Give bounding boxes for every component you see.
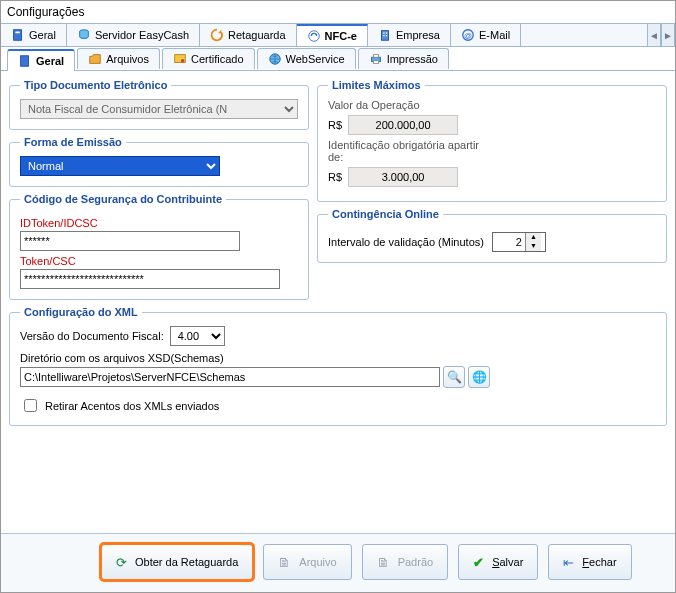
building-icon — [378, 28, 392, 42]
spinner-down[interactable]: ▼ — [526, 242, 541, 251]
group-legend: Configuração do XML — [20, 306, 142, 318]
download-button[interactable]: 🌐 — [468, 366, 490, 388]
subtab-arquivos[interactable]: Arquivos — [77, 48, 160, 69]
tab-nfce[interactable]: NFC-e — [297, 24, 368, 46]
button-label: Obter da Retaguarda — [135, 556, 238, 568]
token-input[interactable] — [20, 269, 280, 289]
book-icon — [11, 28, 25, 42]
svg-rect-4 — [381, 31, 388, 41]
certificate-icon — [173, 52, 187, 66]
subtab-label: Certificado — [191, 53, 244, 65]
obter-retaguarda-button[interactable]: ⟳ Obter da Retaguarda — [101, 544, 253, 580]
group-legend: Limites Máximos — [328, 79, 425, 91]
diretorio-label: Diretório com os arquivos XSD(Schemas) — [20, 352, 656, 364]
group-legend: Tipo Documento Eletrônico — [20, 79, 171, 91]
book-icon — [18, 54, 32, 68]
at-icon: @ — [461, 28, 475, 42]
button-label: Padrão — [398, 556, 433, 568]
svg-text:@: @ — [464, 31, 472, 40]
svg-rect-16 — [373, 55, 378, 58]
file-icon: 🗎 — [377, 555, 390, 570]
identificacao-label: Identificação obrigatória apartir de: — [328, 139, 488, 163]
check-icon: ✔ — [473, 555, 484, 570]
tab-empresa[interactable]: Empresa — [368, 24, 451, 46]
intervalo-input[interactable] — [493, 233, 525, 251]
group-config-xml: Configuração do XML Versão do Documento … — [9, 306, 667, 426]
file-icon: 🗎 — [278, 555, 291, 570]
idtoken-input[interactable] — [20, 231, 240, 251]
main-tabstrip: Geral Servidor EasyCash Retaguarda NFC-e… — [1, 23, 675, 47]
svg-rect-0 — [14, 30, 22, 41]
tab-scroll-right[interactable]: ► — [661, 24, 675, 46]
browse-button[interactable]: 🔍 — [443, 366, 465, 388]
token-label: Token/CSC — [20, 255, 298, 267]
nfce-icon — [307, 29, 321, 43]
svg-rect-1 — [15, 32, 19, 34]
group-legend: Código de Segurança do Contribuinte — [20, 193, 226, 205]
globe-download-icon: 🌐 — [472, 370, 487, 384]
arquivo-button[interactable]: 🗎 Arquivo — [263, 544, 351, 580]
valor-operacao-label: Valor da Operação — [328, 99, 656, 111]
svg-rect-17 — [373, 61, 378, 64]
padrao-button[interactable]: 🗎 Padrão — [362, 544, 448, 580]
tab-label: Retaguarda — [228, 29, 286, 41]
tab-label: Geral — [29, 29, 56, 41]
versao-label: Versão do Documento Fiscal: — [20, 330, 164, 342]
svg-point-3 — [308, 31, 319, 42]
exit-icon: ⇤ — [563, 555, 574, 570]
svg-rect-8 — [386, 35, 387, 36]
retirar-acentos-checkbox[interactable] — [24, 399, 37, 412]
subtab-label: Arquivos — [106, 53, 149, 65]
svg-rect-7 — [383, 35, 384, 36]
group-tipo-documento: Tipo Documento Eletrônico Nota Fiscal de… — [9, 79, 309, 130]
currency-label: R$ — [328, 119, 342, 131]
tipo-documento-select[interactable]: Nota Fiscal de Consumidor Eletrônica (N — [20, 99, 298, 119]
fechar-button[interactable]: ⇤ Fechar — [548, 544, 631, 580]
forma-emissao-select[interactable]: Normal — [20, 156, 220, 176]
svg-rect-6 — [386, 32, 387, 33]
tab-email[interactable]: @ E-Mail — [451, 24, 521, 46]
identificacao-value: 3.000,00 — [348, 167, 458, 187]
idtoken-label: IDToken/IDCSC — [20, 217, 298, 229]
tab-label: E-Mail — [479, 29, 510, 41]
group-limites-maximos: Limites Máximos Valor da Operação R$ 200… — [317, 79, 667, 202]
intervalo-spinner[interactable]: ▲ ▼ — [492, 232, 546, 252]
button-label: Arquivo — [299, 556, 336, 568]
currency-label: R$ — [328, 171, 342, 183]
button-label: Fechar — [582, 556, 616, 568]
group-legend: Contingência Online — [328, 208, 443, 220]
subtab-certificado[interactable]: Certificado — [162, 48, 255, 69]
subtab-geral[interactable]: Geral — [7, 49, 75, 71]
svg-point-13 — [181, 59, 185, 63]
sub-tabstrip: Geral Arquivos Certificado WebService Im… — [1, 47, 675, 71]
tab-label: Servidor EasyCash — [95, 29, 189, 41]
subtab-impressao[interactable]: Impressão — [358, 48, 449, 69]
svg-rect-5 — [383, 32, 384, 33]
printer-icon — [369, 52, 383, 66]
refresh-icon: ⟳ — [116, 555, 127, 570]
bottom-button-bar: ⟳ Obter da Retaguarda 🗎 Arquivo 🗎 Padrão… — [1, 533, 675, 592]
group-codigo-seguranca: Código de Segurança do Contribuinte IDTo… — [9, 193, 309, 300]
globe-icon — [268, 52, 282, 66]
retirar-acentos-label: Retirar Acentos dos XMLs enviados — [45, 400, 219, 412]
database-icon — [77, 28, 91, 42]
search-icon: 🔍 — [447, 370, 462, 384]
tab-scroll-left[interactable]: ◄ — [647, 24, 661, 46]
intervalo-label: Intervalo de validação (Minutos) — [328, 236, 484, 248]
tab-servidor-easycash[interactable]: Servidor EasyCash — [67, 24, 200, 46]
group-forma-emissao: Forma de Emissão Normal — [9, 136, 309, 187]
diretorio-input[interactable] — [20, 367, 440, 387]
window-title: Configurações — [1, 1, 675, 23]
tab-geral[interactable]: Geral — [1, 24, 67, 46]
tab-label: NFC-e — [325, 30, 357, 42]
valor-operacao-value: 200.000,00 — [348, 115, 458, 135]
spinner-up[interactable]: ▲ — [526, 233, 541, 242]
button-label: Salvar — [492, 556, 523, 568]
subtab-webservice[interactable]: WebService — [257, 48, 356, 69]
content-area: Tipo Documento Eletrônico Nota Fiscal de… — [1, 71, 675, 533]
folder-icon — [88, 52, 102, 66]
tab-retaguarda[interactable]: Retaguarda — [200, 24, 297, 46]
salvar-button[interactable]: ✔ Salvar — [458, 544, 538, 580]
subtab-label: WebService — [286, 53, 345, 65]
versao-select[interactable]: 4.00 — [170, 326, 225, 346]
